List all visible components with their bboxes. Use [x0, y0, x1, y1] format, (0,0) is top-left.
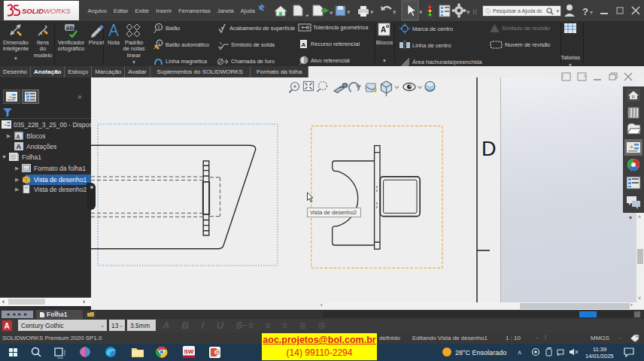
svg-text:ABc: ABc	[65, 26, 76, 31]
svg-text:A: A	[5, 322, 10, 330]
svg-text:▾: ▾	[393, 8, 396, 16]
svg-text:WORKS: WORKS	[44, 7, 71, 15]
svg-text:P: P	[216, 350, 219, 355]
svg-text:?: ?	[582, 6, 588, 17]
svg-text:D: D	[481, 138, 497, 160]
svg-text:14/01/2025: 14/01/2025	[585, 353, 614, 359]
svg-text:▾: ▾	[347, 8, 351, 16]
svg-text:11:39: 11:39	[593, 346, 606, 353]
svg-text:▾: ▾	[466, 8, 470, 16]
svg-text:▾: ▾	[419, 8, 423, 16]
svg-text:SOLID: SOLID	[22, 7, 44, 15]
svg-text:1: 1	[157, 25, 160, 30]
svg-text:▾: ▾	[590, 9, 593, 16]
svg-text:▾: ▾	[370, 8, 374, 16]
svg-text:˄: ˄	[518, 349, 521, 356]
svg-text:A: A	[17, 134, 20, 139]
svg-text:SW: SW	[184, 348, 194, 355]
svg-text:⟩⟨: ⟩⟨	[472, 8, 477, 15]
svg-text:28°C Ensolarado: 28°C Ensolarado	[455, 349, 506, 356]
svg-text:▾: ▾	[330, 9, 333, 17]
svg-text:A: A	[381, 26, 386, 34]
svg-text:A: A	[17, 143, 22, 150]
svg-text:A: A	[302, 41, 306, 48]
svg-text:R: R	[632, 95, 636, 99]
